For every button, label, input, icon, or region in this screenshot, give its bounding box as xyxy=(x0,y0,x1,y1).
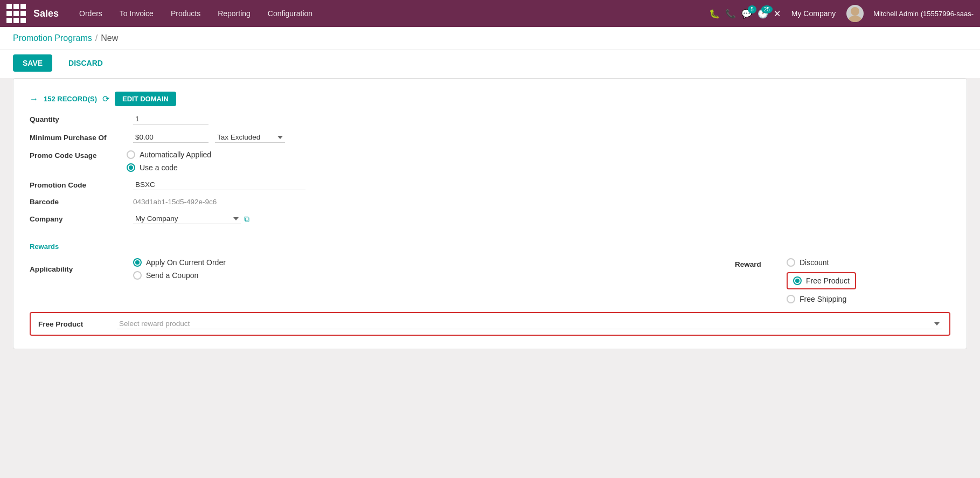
reward-free-shipping-option[interactable]: Free Shipping xyxy=(787,295,856,303)
reward-discount-radio[interactable] xyxy=(787,258,795,267)
reward-label: Reward xyxy=(735,258,778,303)
reward-discount-option[interactable]: Discount xyxy=(787,258,856,267)
company-row: Company My Company ⧉ xyxy=(30,213,950,224)
breadcrumb-separator: / xyxy=(95,33,98,43)
svg-point-0 xyxy=(851,7,859,16)
reward-col: Reward Discount Free Product xyxy=(735,258,950,303)
company-name: My Company xyxy=(791,9,836,18)
applicability-label: Applicability xyxy=(30,265,127,273)
action-bar: SAVE DISCARD xyxy=(0,50,980,78)
promotion-code-input[interactable] xyxy=(133,179,305,190)
rewards-two-col: Applicability Apply On Current Order Sen… xyxy=(30,258,950,303)
reward-free-shipping-label: Free Shipping xyxy=(800,295,846,303)
barcode-label: Barcode xyxy=(30,198,127,206)
applicability-row: Applicability Apply On Current Order Sen… xyxy=(30,258,713,280)
form-card: → 152 RECORD(S) ⟳ EDIT DOMAIN Quantity M… xyxy=(13,78,967,349)
promo-use-code-option[interactable]: Use a code xyxy=(127,163,211,172)
records-count: 152 RECORD(S) xyxy=(44,95,97,103)
clock-badge: 25 xyxy=(761,5,773,13)
nav-orders[interactable]: Orders xyxy=(72,0,110,27)
min-purchase-label: Minimum Purchase Of xyxy=(30,134,127,142)
promo-code-label: Promo Code Usage xyxy=(30,150,127,160)
promo-auto-label: Automatically Applied xyxy=(140,150,211,159)
top-navigation: Sales Orders To Invoice Products Reporti… xyxy=(0,0,980,27)
reward-radio-group: Discount Free Product Free Shipping xyxy=(787,258,856,303)
reward-free-shipping-radio[interactable] xyxy=(787,295,795,303)
applicability-col: Applicability Apply On Current Order Sen… xyxy=(30,258,713,303)
clock-icon[interactable]: 🕐 25 xyxy=(757,9,768,19)
barcode-row: Barcode 043d1ab1-15d5-492e-9c6 xyxy=(30,198,950,206)
company-select[interactable]: My Company xyxy=(133,213,241,224)
apply-current-order-option[interactable]: Apply On Current Order xyxy=(133,258,226,267)
svg-point-1 xyxy=(849,16,861,22)
apply-current-radio[interactable] xyxy=(133,258,142,267)
apply-current-label: Apply On Current Order xyxy=(146,258,226,267)
promo-code-radio-group: Automatically Applied Use a code xyxy=(127,150,211,172)
applicability-radio-group: Apply On Current Order Send a Coupon xyxy=(133,258,226,280)
min-purchase-row: Minimum Purchase Of Tax Excluded Tax Inc… xyxy=(30,132,950,143)
promotion-code-label: Promotion Code xyxy=(30,181,127,189)
app-grid-icon[interactable] xyxy=(6,4,26,23)
external-link-icon[interactable]: ⧉ xyxy=(244,214,249,224)
reward-free-product-label: Free Product xyxy=(806,276,850,285)
company-label: Company xyxy=(30,215,127,223)
breadcrumb: Promotion Programs / New xyxy=(0,27,980,50)
nav-configuration[interactable]: Configuration xyxy=(260,0,320,27)
records-row: → 152 RECORD(S) ⟳ EDIT DOMAIN xyxy=(30,92,950,106)
discard-button[interactable]: DISCARD xyxy=(59,54,113,72)
free-product-select[interactable]: Select reward product xyxy=(117,318,942,329)
promotion-code-row: Promotion Code xyxy=(30,179,950,190)
brand-logo: Sales xyxy=(33,8,59,19)
promo-auto-radio[interactable] xyxy=(127,150,135,159)
rewards-section-title: Rewards xyxy=(30,243,950,251)
quantity-input[interactable] xyxy=(133,114,208,124)
promo-use-code-label: Use a code xyxy=(140,163,178,172)
phone-icon[interactable]: 📞 xyxy=(725,9,736,19)
topnav-icons: 🐛 📞 💬 5 🕐 25 ✕ My Company Mitchell Admin… xyxy=(709,5,974,22)
nav-reporting[interactable]: Reporting xyxy=(210,0,258,27)
promo-auto-option[interactable]: Automatically Applied xyxy=(127,150,211,159)
user-name: Mitchell Admin (15557996-saas- xyxy=(873,10,974,18)
nav-products[interactable]: Products xyxy=(163,0,208,27)
refresh-icon[interactable]: ⟳ xyxy=(102,94,109,104)
records-arrow-icon: → xyxy=(30,94,38,104)
breadcrumb-current: New xyxy=(101,33,118,43)
reward-discount-label: Discount xyxy=(800,258,829,267)
promo-use-code-radio[interactable] xyxy=(127,163,135,172)
save-button[interactable]: SAVE xyxy=(13,54,52,72)
main-content: → 152 RECORD(S) ⟳ EDIT DOMAIN Quantity M… xyxy=(0,78,980,362)
reward-row: Reward Discount Free Product xyxy=(735,258,950,303)
reward-free-product-option[interactable]: Free Product xyxy=(787,272,856,289)
free-product-row: Free Product Select reward product xyxy=(30,312,950,336)
reward-free-product-radio[interactable] xyxy=(793,276,802,285)
promo-code-usage-row: Promo Code Usage Automatically Applied U… xyxy=(30,150,950,172)
settings-icon[interactable]: ✕ xyxy=(774,9,781,19)
send-coupon-label: Send a Coupon xyxy=(146,271,198,280)
quantity-label: Quantity xyxy=(30,115,127,123)
avatar[interactable] xyxy=(846,5,864,22)
send-coupon-radio[interactable] xyxy=(133,271,142,280)
tax-select[interactable]: Tax Excluded Tax Included xyxy=(215,132,285,143)
chat-icon[interactable]: 💬 5 xyxy=(741,9,752,19)
breadcrumb-parent[interactable]: Promotion Programs xyxy=(13,33,92,43)
barcode-value: 043d1ab1-15d5-492e-9c6 xyxy=(133,198,217,206)
chat-badge: 5 xyxy=(748,5,756,13)
nav-to-invoice[interactable]: To Invoice xyxy=(112,0,161,27)
bug-icon[interactable]: 🐛 xyxy=(709,9,720,19)
send-coupon-option[interactable]: Send a Coupon xyxy=(133,271,226,280)
free-product-field-label: Free Product xyxy=(38,320,108,328)
min-purchase-input[interactable] xyxy=(133,132,208,143)
quantity-row: Quantity xyxy=(30,114,950,124)
company-select-wrap: My Company ⧉ xyxy=(133,213,249,224)
edit-domain-button[interactable]: EDIT DOMAIN xyxy=(115,92,176,106)
